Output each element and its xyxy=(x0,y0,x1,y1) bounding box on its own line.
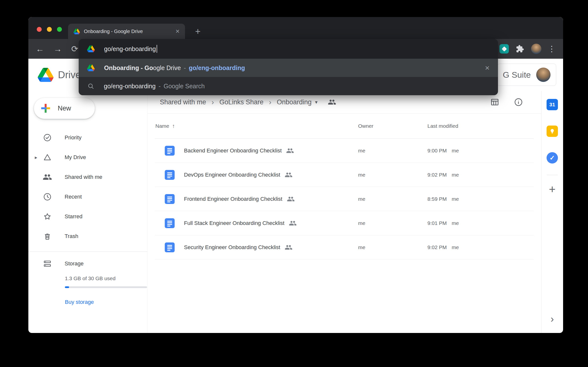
suggestion-search-label: Google Search xyxy=(164,83,205,90)
my-drive-icon xyxy=(43,153,52,162)
file-modified-time: 9:00 PM xyxy=(427,148,447,153)
sidebar-item-shared-with-me[interactable]: Shared with me xyxy=(28,167,147,187)
omnibox-input[interactable]: go/eng-onboarding xyxy=(79,39,498,59)
sort-ascending-icon: ↑ xyxy=(172,123,175,129)
window-controls xyxy=(37,27,62,32)
drive-logo-icon xyxy=(38,68,54,82)
check-icon: ✓ xyxy=(550,154,555,162)
account-avatar[interactable] xyxy=(536,68,551,82)
tab-close-icon[interactable]: × xyxy=(176,28,180,35)
sidebar-item-trash[interactable]: Trash xyxy=(28,226,147,246)
drive-logo-text: Drive xyxy=(58,69,81,80)
file-modified-time: 9:02 PM xyxy=(427,172,447,178)
golinks-extension-icon[interactable] xyxy=(499,44,509,54)
omnibox-value: go/eng-onboarding xyxy=(104,45,156,53)
close-window-button[interactable] xyxy=(37,27,42,32)
file-owner: me xyxy=(358,244,427,250)
browser-profile-avatar[interactable] xyxy=(531,44,541,54)
collapse-panel-icon[interactable]: › xyxy=(551,313,554,325)
sidebar-item-priority[interactable]: Priority xyxy=(28,128,147,147)
breadcrumb-separator-icon: › xyxy=(212,98,214,106)
remove-suggestion-icon[interactable]: × xyxy=(478,64,490,72)
calendar-icon[interactable]: 31 xyxy=(547,99,558,110)
grid-view-icon[interactable] xyxy=(490,97,500,107)
file-name: Security Engineer Onboarding Checklist xyxy=(184,244,280,251)
suggestion-drive-page[interactable]: Onboarding - Google Drive-go/eng-onboard… xyxy=(79,59,498,77)
buy-storage-link[interactable]: Buy storage xyxy=(65,299,147,305)
minimize-window-button[interactable] xyxy=(47,27,52,32)
file-modified-by: me xyxy=(452,244,459,250)
suggestion-title-rest: ogle Drive xyxy=(153,64,181,71)
google-docs-icon xyxy=(165,194,175,204)
file-row[interactable]: Backend Engineer Onboarding Checklist me… xyxy=(155,139,534,163)
storage-icon xyxy=(43,259,52,268)
browser-tab[interactable]: Onboarding - Google Drive × xyxy=(68,24,185,39)
info-icon[interactable] xyxy=(514,97,523,107)
add-panel-app-icon[interactable]: + xyxy=(549,184,556,195)
text-cursor xyxy=(157,45,157,53)
suggestion-query: go/eng-onboarding xyxy=(104,83,156,90)
file-list-area: Shared with me › GoLinks Share › Onboard… xyxy=(147,91,541,333)
file-row[interactable]: Security Engineer Onboarding Checklist m… xyxy=(155,235,534,259)
tab-title: Onboarding - Google Drive xyxy=(84,29,172,34)
multicolor-plus-icon xyxy=(40,103,51,114)
file-owner: me xyxy=(358,220,427,226)
folder-shared-icon xyxy=(328,98,336,106)
trash-icon xyxy=(43,232,52,241)
starred-icon xyxy=(43,212,52,221)
file-row[interactable]: DevOps Engineer Onboarding Checklist me … xyxy=(155,163,534,187)
suggestion-separator: - xyxy=(159,83,161,90)
new-tab-button[interactable]: + xyxy=(195,27,201,36)
column-header-last-modified[interactable]: Last modified xyxy=(427,123,534,129)
file-name: Full Stack Engineer Onboarding Checklist xyxy=(184,220,284,226)
shared-indicator-icon xyxy=(289,219,297,227)
sidebar-item-label: My Drive xyxy=(65,154,86,161)
file-owner: me xyxy=(358,196,427,202)
folder-menu-caret-icon[interactable]: ▾ xyxy=(315,99,317,105)
google-docs-icon xyxy=(165,218,175,228)
tasks-icon[interactable]: ✓ xyxy=(547,152,558,164)
view-actions xyxy=(490,97,523,107)
tab-strip: Onboarding - Google Drive × + xyxy=(28,17,563,39)
calendar-date-label: 31 xyxy=(549,102,555,108)
table-header-row: Name ↑ Owner Last modified xyxy=(155,114,534,139)
gsuite-chip: G Suite xyxy=(497,64,556,86)
breadcrumb-golinks-share[interactable]: GoLinks Share xyxy=(220,98,264,106)
sidebar-item-starred[interactable]: Starred xyxy=(28,207,147,226)
browser-menu-icon[interactable]: ⋮ xyxy=(548,45,556,53)
file-row[interactable]: Frontend Engineer Onboarding Checklist m… xyxy=(155,187,534,211)
keep-icon[interactable] xyxy=(547,126,558,137)
breadcrumb-shared-with-me[interactable]: Shared with me xyxy=(160,98,206,106)
storage-usage-text: 1.3 GB of 30 GB used xyxy=(65,275,147,281)
expand-arrow-icon[interactable]: ▸ xyxy=(35,154,37,160)
priority-icon xyxy=(43,133,52,142)
drive-logo[interactable]: Drive xyxy=(38,68,81,82)
side-panel: 31 ✓ + › xyxy=(541,91,563,333)
new-button-label: New xyxy=(58,105,71,112)
file-table: Name ↑ Owner Last modified Backend Engin… xyxy=(155,114,534,259)
forward-button[interactable]: → xyxy=(54,45,62,53)
sidebar-item-my-drive[interactable]: ▸ My Drive xyxy=(28,147,147,167)
suggestion-title-match: Onboarding - Go xyxy=(104,64,153,71)
reload-button[interactable]: ⟳ xyxy=(71,45,78,53)
sidebar-item-storage[interactable]: Storage xyxy=(28,254,147,274)
new-button[interactable]: New xyxy=(34,98,95,119)
file-row[interactable]: Full Stack Engineer Onboarding Checklist… xyxy=(155,211,534,235)
sidebar-nav: Priority ▸ My Drive Shared with me xyxy=(28,128,147,246)
sidebar-item-recent[interactable]: Recent xyxy=(28,187,147,207)
breadcrumb-onboarding[interactable]: Onboarding xyxy=(277,98,312,106)
column-header-name[interactable]: Name xyxy=(155,123,169,129)
drive-favicon-icon xyxy=(87,45,95,52)
shared-with-me-icon xyxy=(43,172,52,182)
zoom-window-button[interactable] xyxy=(57,27,62,32)
extensions-icon[interactable] xyxy=(516,45,524,53)
shared-indicator-icon xyxy=(286,147,294,155)
suggestion-google-search[interactable]: go/eng-onboarding-Google Search xyxy=(79,77,498,95)
sidebar-item-label: Starred xyxy=(65,213,82,220)
suggestion-separator: - xyxy=(184,64,186,71)
back-button[interactable]: ← xyxy=(36,45,44,53)
sidebar-item-label: Priority xyxy=(65,134,81,141)
breadcrumb-separator-icon: › xyxy=(269,98,271,106)
column-header-owner[interactable]: Owner xyxy=(358,123,427,129)
panel-divider xyxy=(547,175,558,175)
